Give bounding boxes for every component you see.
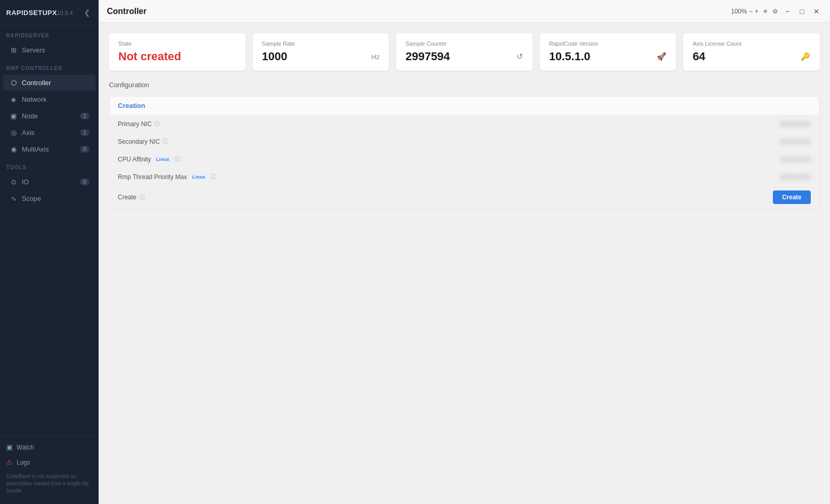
sidebar-item-label: Node — [22, 112, 80, 120]
sun-icon[interactable]: ☀ — [763, 8, 768, 15]
section-label-rapidserver: RAPIDSERVER — [0, 25, 99, 42]
sidebar-item-label: Scope — [22, 195, 89, 202]
stat-label-state: State — [118, 40, 236, 47]
axis-icon: ◎ — [9, 128, 18, 137]
scope-icon: ∿ — [9, 194, 18, 202]
config-row-cpu-affinity: CPU Affinity Linux ⓘ — [110, 151, 819, 168]
config-card-header: Creation — [110, 97, 819, 115]
node-icon: ▣ — [9, 112, 18, 120]
stat-row-axis-license-count: 64 🔑 — [692, 50, 810, 63]
sample-counter-refresh-icon[interactable]: ↺ — [516, 52, 523, 61]
gear-icon[interactable]: ⚙ — [772, 8, 778, 15]
axis-badge: 1 — [80, 129, 89, 136]
config-row-primary-nic: Primary NIC ⓘ — [110, 115, 819, 133]
sidebar-item-servers[interactable]: ⊞ Servers — [3, 42, 96, 58]
page-title: Controller — [107, 7, 731, 16]
secondary-nic-text: Secondary NIC — [118, 138, 160, 145]
stat-value-state: Not created — [118, 50, 236, 63]
cpu-affinity-linux-badge: Linux — [154, 156, 172, 162]
cpu-affinity-info-icon[interactable]: ⓘ — [174, 155, 180, 163]
sidebar-item-label: Controller — [22, 79, 89, 87]
sidebar-collapse-button[interactable]: ❮ — [82, 7, 92, 18]
sidebar-item-io[interactable]: ⊙ IO 0 — [3, 174, 96, 189]
stat-label-axis-license-count: Axis License Count — [692, 40, 810, 47]
stat-value-rapidcode-version: 10.5.1.0 — [549, 50, 591, 63]
io-badge: 0 — [80, 179, 89, 185]
sidebar-bottom: ▣ Watch ⚠ Logs CodeBase is not supported… — [0, 435, 99, 504]
stat-label-sample-counter: Sample Counter — [405, 40, 523, 47]
zoom-plus-button[interactable]: + — [755, 8, 758, 15]
zoom-value: 100% — [731, 8, 747, 15]
maximize-button[interactable]: □ — [797, 6, 807, 17]
config-label-rmp-thread-priority-max: Rmp Thread Priority Max Linux ⓘ — [118, 173, 780, 181]
stat-value-axis-license-count: 64 — [692, 50, 705, 63]
section-label-tools: TOOLS — [0, 157, 99, 173]
config-row-secondary-nic: Secondary NIC ⓘ — [110, 133, 819, 151]
logs-label: Logs — [17, 459, 30, 466]
sidebar-item-label: Network — [22, 96, 89, 103]
watch-label: Watch — [17, 444, 34, 451]
primary-nic-value — [780, 121, 811, 127]
rmp-thread-priority-max-value — [780, 174, 811, 180]
stat-card-axis-license-count: Axis License Count 64 🔑 — [683, 33, 820, 71]
zoom-control: 100% − + — [731, 8, 758, 15]
sidebar-item-logs[interactable]: ⚠ Logs — [0, 455, 99, 470]
primary-nic-info-icon[interactable]: ⓘ — [154, 120, 160, 128]
app-version: 10.5.4 — [57, 10, 73, 16]
close-button[interactable]: ✕ — [811, 6, 822, 17]
zoom-minus-button[interactable]: − — [749, 8, 753, 15]
titlebar-controls: 100% − + ☀ ⚙ − □ ✕ — [731, 6, 822, 17]
stat-card-rapidcode-version: RapidCode Version 10.5.1.0 🚀 — [540, 33, 676, 71]
secondary-nic-info-icon[interactable]: ⓘ — [162, 138, 168, 145]
stat-label-sample-rate: Sample Rate — [262, 40, 380, 47]
rmp-thread-priority-max-linux-badge: Linux — [189, 174, 208, 180]
multiaxis-badge: 0 — [80, 146, 89, 153]
sidebar-item-label: Servers — [22, 46, 89, 54]
sidebar-item-scope[interactable]: ∿ Scope — [3, 190, 96, 206]
cpu-affinity-text: CPU Affinity — [118, 156, 151, 163]
sidebar: RAPIDSETUPX10.5.4 ❮ RAPIDSERVER ⊞ Server… — [0, 0, 99, 504]
configuration-card: Creation Primary NIC ⓘ Secondary NIC ⓘ — [109, 96, 820, 209]
config-label-primary-nic: Primary NIC ⓘ — [118, 120, 780, 128]
stat-unit-sample-rate: Hz — [371, 53, 379, 61]
create-text: Create — [118, 194, 137, 201]
stat-card-sample-rate: Sample Rate 1000 Hz — [253, 33, 389, 71]
stat-card-sample-counter: Sample Counter 2997594 ↺ — [396, 33, 533, 71]
stat-card-state: State Not created — [109, 33, 246, 71]
rmp-thread-priority-max-info-icon[interactable]: ⓘ — [211, 173, 216, 181]
sidebar-item-multiaxis[interactable]: ◉ MultiAxis 0 — [3, 141, 96, 157]
sidebar-item-watch[interactable]: ▣ Watch — [0, 440, 99, 455]
create-button[interactable]: Create — [773, 190, 811, 204]
axis-license-count-icon[interactable]: 🔑 — [800, 52, 810, 61]
sidebar-item-label: MultiAxis — [22, 145, 80, 153]
config-row-create: Create ⓘ Create — [110, 186, 819, 209]
sidebar-item-network[interactable]: ◈ Network — [3, 91, 96, 107]
stat-row-rapidcode-version: 10.5.1.0 🚀 — [549, 50, 667, 63]
configuration-title: Configuration — [109, 81, 820, 89]
watch-icon: ▣ — [6, 443, 12, 451]
config-label-cpu-affinity: CPU Affinity Linux ⓘ — [118, 155, 780, 163]
sidebar-item-axis[interactable]: ◎ Axis 1 — [3, 125, 96, 140]
app-logo: RAPIDSETUPX10.5.4 — [6, 9, 73, 17]
sidebar-item-controller[interactable]: ⬡ Controller — [3, 75, 96, 90]
stat-value-sample-rate: 1000 — [262, 50, 288, 63]
primary-nic-text: Primary NIC — [118, 120, 152, 128]
stat-value-sample-counter: 2997594 — [405, 50, 450, 63]
app-name: RAPIDSETUPX — [6, 9, 57, 17]
main-content: Controller 100% − + ☀ ⚙ − □ ✕ State Not … — [99, 0, 830, 504]
rapidcode-version-icon[interactable]: 🚀 — [657, 52, 666, 61]
configuration-section: Configuration Creation Primary NIC ⓘ Sec… — [109, 81, 820, 209]
create-info-icon[interactable]: ⓘ — [139, 194, 145, 201]
sidebar-warning: CodeBase is not supported on assemblies … — [0, 470, 99, 500]
sidebar-item-node[interactable]: ▣ Node 1 — [3, 108, 96, 124]
servers-icon: ⊞ — [9, 46, 18, 54]
section-label-rmp-controller: RMP CONTROLLER — [0, 58, 99, 74]
stat-row-sample-rate: 1000 Hz — [262, 50, 380, 63]
controller-icon: ⬡ — [9, 78, 18, 87]
content-area: State Not created Sample Rate 1000 Hz Sa… — [99, 23, 830, 504]
logs-icon: ⚠ — [6, 458, 12, 466]
stats-row: State Not created Sample Rate 1000 Hz Sa… — [109, 33, 820, 71]
minimize-button[interactable]: − — [782, 6, 793, 17]
stat-row-sample-counter: 2997594 ↺ — [405, 50, 523, 63]
node-badge: 1 — [80, 113, 89, 119]
